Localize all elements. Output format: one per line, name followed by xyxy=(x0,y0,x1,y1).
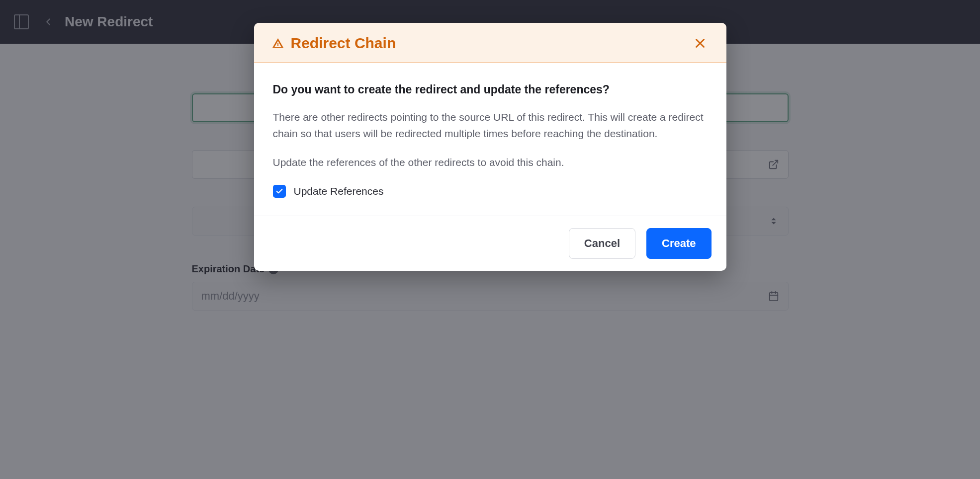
dialog-paragraph-2: Update the references of the other redir… xyxy=(273,155,708,171)
dialog-header: Redirect Chain xyxy=(254,23,726,63)
dialog-title: Redirect Chain xyxy=(291,35,396,52)
create-button[interactable]: Create xyxy=(646,228,711,259)
close-icon xyxy=(694,37,707,50)
dialog-footer: Cancel Create xyxy=(254,216,726,271)
close-button[interactable] xyxy=(692,35,709,52)
cancel-button[interactable]: Cancel xyxy=(569,228,635,259)
warning-icon xyxy=(272,37,284,49)
update-references-label: Update References xyxy=(294,185,384,197)
update-references-row: Update References xyxy=(273,185,708,198)
dialog-paragraph-1: There are other redirects pointing to th… xyxy=(273,109,708,142)
redirect-chain-dialog: Redirect Chain Do you want to create the… xyxy=(254,23,726,271)
update-references-checkbox[interactable] xyxy=(273,185,286,198)
dialog-question: Do you want to create the redirect and u… xyxy=(273,83,708,96)
dialog-body: Do you want to create the redirect and u… xyxy=(254,63,726,216)
